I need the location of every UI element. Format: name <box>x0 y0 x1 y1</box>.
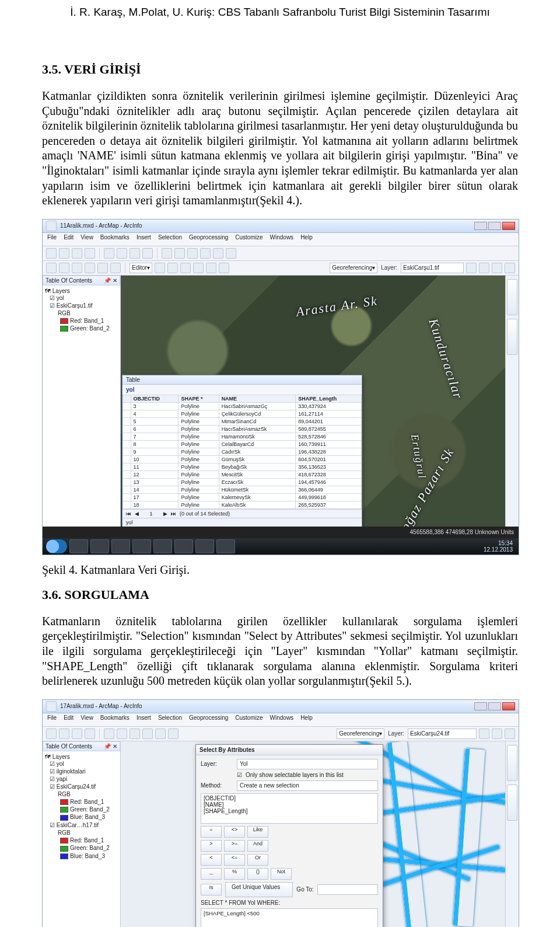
catalog-tab[interactable] <box>507 745 517 781</box>
field-list[interactable]: [OBJECTID] [NAME] [SHAPE_Length] <box>201 793 378 824</box>
menu-item-help[interactable]: Help <box>300 234 313 245</box>
operator-button[interactable]: <= <box>224 854 245 866</box>
only-selectable-checkbox[interactable]: ☑ <box>237 772 242 778</box>
column-header[interactable]: OBJECTID <box>131 395 178 402</box>
toc-layer-item[interactable]: ☑ EskiCarşu24.tif <box>45 783 118 790</box>
menu-item-geoprocessing[interactable]: Geoprocessing <box>189 234 228 245</box>
table-row[interactable]: 13PolylineEczacıSk194,457946 <box>123 478 362 486</box>
close-button[interactable] <box>502 222 515 230</box>
menu-item-selection[interactable]: Selection <box>158 715 182 725</box>
toolbar-icon[interactable] <box>117 248 127 259</box>
operator-button[interactable]: = <box>201 826 222 838</box>
menu-item-bookmarks[interactable]: Bookmarks <box>100 234 130 245</box>
toolbar-icon[interactable] <box>117 729 127 739</box>
toolbar-icon[interactable] <box>130 248 140 259</box>
record-index-input[interactable]: 1 <box>142 511 160 517</box>
menu-item-help[interactable]: Help <box>300 715 313 725</box>
go-to-input[interactable] <box>317 884 378 895</box>
taskbar-icon[interactable] <box>132 539 151 553</box>
toolbar-icon[interactable] <box>219 263 229 273</box>
menu-item-windows[interactable]: Windows <box>270 234 294 245</box>
toolbar-icon[interactable] <box>59 248 69 259</box>
table-row[interactable]: 14PolylineHükümetSk366,06449 <box>123 486 362 493</box>
column-header[interactable]: SHAPE * <box>178 395 219 402</box>
toc-layer-item[interactable]: ☑ yol <box>45 294 118 302</box>
toolbar-icon[interactable] <box>206 263 216 273</box>
method-select[interactable]: Create a new selection <box>237 780 378 791</box>
toolbar-icon[interactable] <box>200 248 211 259</box>
column-header[interactable]: NAME <box>219 395 296 402</box>
table-row[interactable]: 7PolylineHamamönüSk528,572846 <box>123 433 362 440</box>
toc-layer-item[interactable]: ☑ EskiCarşu1.tif <box>45 302 118 309</box>
toolbar-icon[interactable] <box>104 729 114 739</box>
toolbar-icon[interactable] <box>505 729 515 739</box>
toc-layer-item[interactable]: ☑ EskiCar…h17.tif <box>45 821 118 829</box>
toolbar-icon[interactable] <box>46 729 57 739</box>
is-button[interactable]: Is <box>201 884 222 895</box>
taskbar-icon[interactable] <box>174 539 193 553</box>
toolbar-icon[interactable] <box>97 263 108 273</box>
operator-button[interactable]: Or <box>247 854 268 866</box>
operator-button[interactable]: () <box>247 868 268 880</box>
toolbar-icon[interactable] <box>72 729 82 739</box>
record-nav-first[interactable]: ⏮ <box>126 511 131 517</box>
toolbar-icon[interactable] <box>162 248 172 259</box>
toc-layers-icon[interactable]: 🗺 <box>45 754 51 760</box>
map-canvas[interactable]: Arasta Ar. Sk Kunduracılar Ertuğrul Boğa… <box>121 276 505 527</box>
menu-item-customize[interactable]: Customize <box>235 234 262 245</box>
operator-button[interactable]: <> <box>224 826 245 838</box>
attr-table-bottom-tab[interactable]: yol <box>123 518 362 527</box>
toolbar-icon[interactable] <box>85 263 95 273</box>
menu-item-file[interactable]: File <box>47 715 57 725</box>
toc-pin-icon[interactable]: 📌 ✕ <box>104 277 117 284</box>
taskbar-icon[interactable] <box>90 539 109 553</box>
table-row[interactable]: 12PolylineMescitSk418,672328 <box>123 471 362 478</box>
catalog-tab[interactable] <box>507 279 517 315</box>
operator-button[interactable]: And <box>247 840 268 852</box>
attr-table-grid[interactable]: OBJECTIDSHAPE *NAMESHAPE_Length3Polyline… <box>123 395 362 509</box>
menu-item-file[interactable]: File <box>47 234 57 245</box>
toolbar-icon[interactable] <box>187 248 198 259</box>
menu-item-edit[interactable]: Edit <box>64 234 74 245</box>
taskbar-icon[interactable] <box>111 539 130 553</box>
toc-layers-icon[interactable]: 🗺 <box>45 288 51 294</box>
toolbar-icon[interactable] <box>59 263 69 273</box>
toolbar-icon[interactable] <box>505 263 515 273</box>
toolbar-icon[interactable] <box>466 263 477 273</box>
menu-item-selection[interactable]: Selection <box>158 234 182 245</box>
toolbar-icon[interactable] <box>174 248 185 259</box>
georef-dropdown[interactable]: Georeferencing ▾ <box>330 263 377 273</box>
toc-layer-item[interactable]: ☑ yapi <box>45 775 118 783</box>
toolbar-icon[interactable] <box>492 263 502 273</box>
menu-item-edit[interactable]: Edit <box>64 715 74 725</box>
toolbar-icon[interactable] <box>168 729 178 739</box>
toolbar-icon[interactable] <box>46 263 57 273</box>
toolbar-icon[interactable] <box>110 263 121 273</box>
toolbar-icon[interactable] <box>130 729 140 739</box>
toolbar-icon[interactable] <box>479 729 489 739</box>
toolbar-icon[interactable] <box>155 729 166 739</box>
toolbar-icon[interactable] <box>193 263 204 273</box>
menu-item-insert[interactable]: Insert <box>136 234 151 245</box>
table-row[interactable]: 17PolylineKalemevySk449,999618 <box>123 493 362 501</box>
operator-button[interactable]: >= <box>224 840 245 852</box>
toolbar-icon[interactable] <box>72 248 82 259</box>
column-header[interactable]: SHAPE_Length <box>296 395 362 402</box>
toc-pin-icon[interactable]: 📌 ✕ <box>104 743 117 750</box>
record-nav-last[interactable]: ⏭ <box>171 511 176 517</box>
table-row[interactable]: 9PolylineCadırSk196,438228 <box>123 448 362 455</box>
operator-button[interactable]: _ <box>201 868 222 880</box>
toolbar-icon[interactable] <box>492 729 502 739</box>
menu-item-bookmarks[interactable]: Bookmarks <box>100 715 130 725</box>
table-row[interactable]: 6PolylineHacıSabriAsmazSk589,872455 <box>123 425 362 433</box>
toolbar-icon[interactable] <box>167 263 178 273</box>
operator-button[interactable]: < <box>201 854 222 866</box>
table-row[interactable]: 18PolylineKaleAltıSk265,525937 <box>123 501 362 508</box>
minimize-button[interactable] <box>474 222 487 230</box>
toolbar-icon[interactable] <box>59 729 69 739</box>
layer-dropdown[interactable]: EskiCarşu1.tif <box>401 263 464 273</box>
table-row[interactable]: 5PolylineMimarSinanCd89,044201 <box>123 417 362 425</box>
operator-button[interactable]: Not <box>271 868 292 880</box>
record-nav-prev[interactable]: ◀ <box>135 511 139 517</box>
editor-dropdown[interactable]: Editor ▾ <box>130 263 152 273</box>
